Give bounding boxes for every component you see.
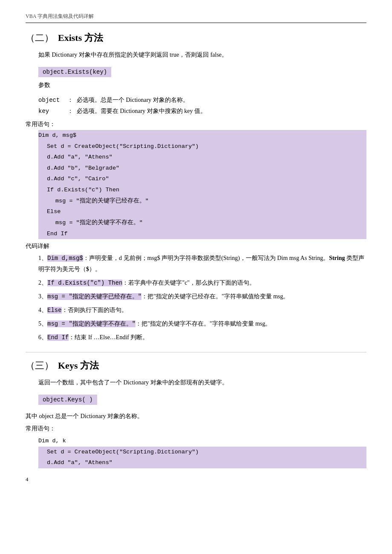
section-2-title-en: Exists 方法 (58, 32, 103, 44)
detail-6-code: End If (47, 334, 69, 341)
detail-4-code: Else (47, 307, 62, 314)
detail-item-5: 5、msg = "指定的关键字不存在。"：把"指定的关键字不存在。"字符串赋给变… (38, 318, 366, 329)
param-key: key ： 必选项。需要在 Dictionary 对象中搜索的 key 值。 (38, 106, 366, 117)
code-line-5: d.Add "c", "Cairo" (38, 173, 366, 185)
section-divider (26, 352, 366, 352)
keys-code-block: Dim d, k Set d = CreateObject("Scripting… (38, 436, 366, 468)
exists-syntax: object.Exists(key) (38, 67, 111, 77)
param-key-name: key (38, 106, 64, 117)
code-line-6: If d.Exists("c") Then (38, 185, 366, 196)
detail-2-code: If d.Exists("c") Then (47, 280, 122, 286)
page-number: 4 (26, 476, 29, 483)
detail-label-2: 代码详解 (26, 242, 366, 250)
code-line-2: Set d = CreateObject("Scripting.Dictiona… (38, 141, 366, 152)
code-line-9: msg = "指定的关键字不存在。" (38, 217, 366, 228)
code-line-1: Dim d, msg$ (38, 130, 366, 141)
detail-item-6: 6、End If：结束 If …Else…Endif 判断。 (38, 332, 366, 343)
keys-code-line-2: Set d = CreateObject("Scripting.Dictiona… (38, 447, 366, 458)
code-line-4: d.Add "b", "Belgrade" (38, 163, 366, 174)
section-2-title: （二） Exists 方法 (26, 32, 366, 44)
common-label-3: 常用语句： (26, 423, 366, 434)
param-object-name: object (38, 95, 64, 106)
keys-code-line-1: Dim d, k (38, 436, 366, 447)
keys-object-desc: 其中 object 总是一个 Dictionary 对象的名称。 (26, 411, 366, 421)
param-object-desc: 必选项。总是一个 Dictionary 对象的名称。 (77, 95, 189, 106)
section-2-desc: 如果 Dictionary 对象中存在所指定的关键字则返回 true，否则返回 … (38, 49, 366, 60)
exists-code-block: Dim d, msg$ Set d = CreateObject("Script… (38, 130, 366, 239)
code-line-3: d.Add "a", "Athens" (38, 152, 366, 163)
detail-item-3: 3、msg = "指定的关键字已经存在。"：把"指定的关键字已经存在。"字符串赋… (38, 291, 366, 302)
section-3-number: （三） (26, 359, 54, 372)
detail-5-code: msg = "指定的关键字不存在。" (47, 320, 135, 327)
section-3-title-en: Keys 方法 (58, 359, 99, 372)
common-label-2: 常用语句： (26, 121, 366, 128)
code-line-8: Else (38, 206, 366, 217)
detail-item-4: 4、Else：否则执行下面的语句。 (38, 305, 366, 316)
keys-code-line-3: d.Add "a", "Athens" (38, 457, 366, 468)
section-exists: （二） Exists 方法 如果 Dictionary 对象中存在所指定的关键字… (26, 32, 366, 343)
params-label: 参数 (38, 80, 366, 91)
detail-item-1: 1、Dim d,msg$：声明变量，d 见前例；msg$ 声明为字符串数据类型(… (38, 253, 366, 274)
detail-1-code: Dim d,msg$ (47, 255, 83, 262)
section-3-title: （三） Keys 方法 (26, 359, 366, 372)
keys-syntax: object.Keys( ) (38, 395, 97, 405)
param-object: object ： 必选项。总是一个 Dictionary 对象的名称。 (38, 95, 366, 106)
header-title: VBA 字典用法集锦及代码详解 (26, 13, 94, 19)
code-line-end-if: End If (38, 228, 366, 239)
param-key-desc: 必选项。需要在 Dictionary 对象中搜索的 key 值。 (77, 106, 206, 117)
detail-3-code: msg = "指定的关键字已经存在。" (47, 293, 141, 300)
section-3-desc: 返回一个数组，其中包含了一个 Dictionary 对象中的全部现有的关键字。 (38, 377, 366, 388)
header-bar: VBA 字典用法集锦及代码详解 (26, 13, 366, 23)
detail-item-2: 2、If d.Exists("c") Then：若字典中存在关键字"c"，那么执… (38, 277, 366, 289)
code-line-7: msg = "指定的关键字已经存在。" (38, 196, 366, 207)
section-2-number: （二） (26, 32, 54, 44)
section-keys: （三） Keys 方法 返回一个数组，其中包含了一个 Dictionary 对象… (26, 359, 366, 468)
